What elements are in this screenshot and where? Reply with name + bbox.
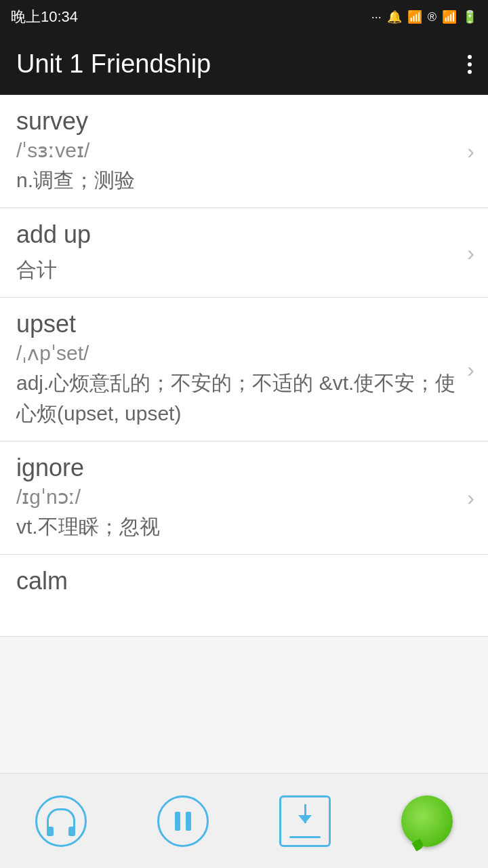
chat-button[interactable] xyxy=(393,787,461,855)
wifi-icon: 📶 xyxy=(407,9,422,24)
pause-icon xyxy=(157,795,209,847)
definition-text: vt.不理睬；忽视 xyxy=(16,511,472,542)
chevron-right-icon: › xyxy=(467,240,474,265)
signal-icon: 📶 xyxy=(442,9,457,24)
headphone-button[interactable] xyxy=(27,787,95,855)
headphone-icon xyxy=(35,795,87,847)
list-item[interactable]: survey /ˈsɜːveɪ/ n.调查；测验 › xyxy=(0,95,488,208)
definition-text: n.调查；测验 xyxy=(16,165,472,195)
registered-icon: ® xyxy=(428,10,436,24)
title-bar: Unit 1 Friendship xyxy=(0,34,488,95)
phonetic-text: /ˈsɜːveɪ/ xyxy=(16,138,472,162)
definition-text: adj.心烦意乱的；不安的；不适的 &vt.使不安；使心烦(upset, ups… xyxy=(16,368,472,429)
list-item[interactable]: upset /ˌʌpˈset/ adj.心烦意乱的；不安的；不适的 &vt.使不… xyxy=(0,298,488,441)
more-options-button[interactable] xyxy=(468,55,472,74)
download-icon xyxy=(279,795,331,847)
status-time: 晚上10:34 xyxy=(11,7,78,27)
chevron-right-icon: › xyxy=(467,357,474,382)
pause-bar-right xyxy=(186,812,191,831)
word-text: upset xyxy=(16,310,472,338)
list-item[interactable]: ignore /ɪgˈnɔː/ vt.不理睬；忽视 › xyxy=(0,441,488,555)
battery-icon: 🔋 xyxy=(462,9,477,24)
pause-button[interactable] xyxy=(149,787,217,855)
word-text: add up xyxy=(16,220,472,249)
bottom-navigation xyxy=(0,773,488,868)
vocabulary-list: survey /ˈsɜːveɪ/ n.调查；测验 › add up 合计 › u… xyxy=(0,95,488,773)
pause-bar-left xyxy=(175,812,180,831)
chevron-right-icon: › xyxy=(467,139,474,164)
dots-icon: ··· xyxy=(371,10,382,24)
phonetic-text: /ˌʌpˈset/ xyxy=(16,341,472,365)
headphone-right-ear xyxy=(68,827,75,836)
list-item[interactable]: calm xyxy=(0,555,488,637)
status-icons: ··· 🔔 📶 ® 📶 🔋 xyxy=(371,9,477,24)
download-button[interactable] xyxy=(271,787,339,855)
chevron-right-icon: › xyxy=(467,486,474,511)
word-text: ignore xyxy=(16,454,472,482)
download-arrow-icon xyxy=(298,815,312,823)
mute-icon: 🔔 xyxy=(387,9,402,24)
word-text: calm xyxy=(16,567,472,595)
list-item[interactable]: add up 合计 › xyxy=(0,208,488,298)
status-bar: 晚上10:34 ··· 🔔 📶 ® 📶 🔋 xyxy=(0,0,488,34)
page-title: Unit 1 Friendship xyxy=(16,50,211,79)
word-text: survey xyxy=(16,107,472,136)
chat-bubble-icon xyxy=(401,795,453,847)
definition-text: 合计 xyxy=(16,254,472,285)
headphone-left-ear xyxy=(47,827,54,836)
phonetic-text: /ɪgˈnɔː/ xyxy=(16,485,472,509)
download-base-icon xyxy=(289,836,321,838)
